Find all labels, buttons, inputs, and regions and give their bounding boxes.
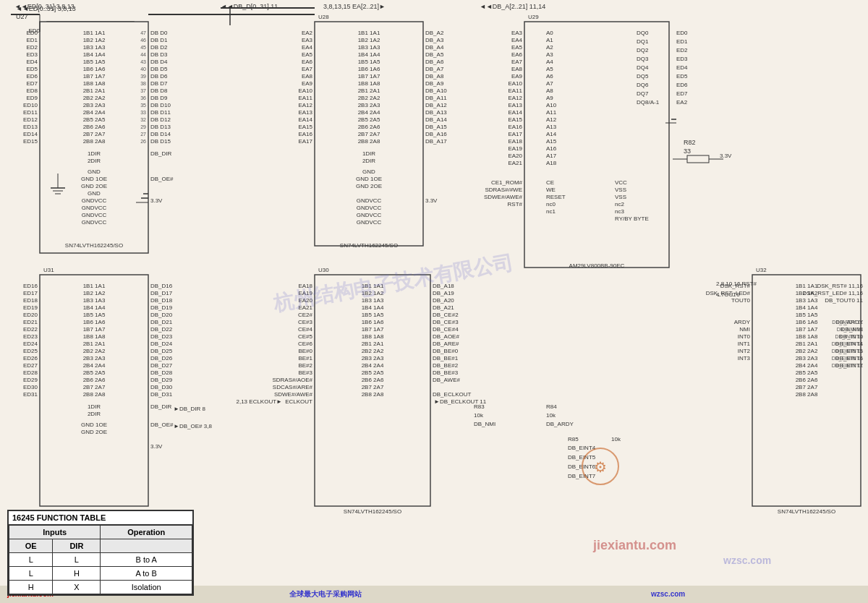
svg-text:►DB_DIR  8: ►DB_DIR 8: [174, 406, 205, 412]
svg-text:GND 1OE: GND 1OE: [356, 176, 382, 182]
svg-text:2B5 2A5: 2B5 2A5: [362, 369, 384, 376]
svg-text:1B5 1A5: 1B5 1A5: [796, 312, 818, 318]
svg-text:2B5 2A5: 2B5 2A5: [358, 116, 380, 123]
svg-text:2B4 2A4: 2B4 2A4: [362, 362, 384, 369]
svg-text:DB_OE#: DB_OE#: [150, 422, 174, 428]
svg-text:DB_D17: DB_D17: [150, 290, 173, 296]
svg-text:ED22: ED22: [23, 326, 38, 333]
svg-text:DB_A11: DB_A11: [425, 95, 447, 101]
svg-text:ED1: ED1: [26, 37, 38, 43]
svg-text:1B3 1A3: 1B3 1A3: [796, 297, 818, 304]
svg-text:ECLKOUT: ECLKOUT: [285, 398, 312, 405]
svg-text:1B1 1A1: 1B1 1A1: [83, 30, 106, 36]
svg-text:EA15: EA15: [298, 124, 312, 130]
svg-text:GNDVCC: GNDVCC: [82, 197, 107, 204]
svg-text:全球最大电子采购网站: 全球最大电子采购网站: [289, 590, 362, 598]
svg-text:EA11: EA11: [508, 87, 522, 94]
svg-text:EA19: EA19: [508, 145, 522, 152]
svg-text:33: 33: [140, 110, 146, 115]
svg-text:2B5 2A5: 2B5 2A5: [83, 116, 106, 123]
svg-text:DSK_RST# 11,16: DSK_RST# 11,16: [817, 283, 863, 289]
svg-text:DB D7: DB D7: [150, 80, 168, 87]
svg-text:ED16: ED16: [23, 283, 38, 289]
svg-text:EA9: EA9: [511, 73, 523, 80]
svg-text:DB_NMI 11: DB_NMI 11: [837, 327, 863, 333]
svg-text:nc1: nc1: [546, 208, 556, 215]
svg-text:2B8 2A8: 2B8 2A8: [796, 391, 818, 398]
svg-text:EA2: EA2: [676, 99, 688, 106]
svg-text:1B4 1A4: 1B4 1A4: [362, 304, 384, 311]
svg-text:DQ3: DQ3: [637, 56, 649, 62]
svg-text:1B1 1A1: 1B1 1A1: [358, 30, 380, 36]
op-cell: Isolation: [101, 581, 192, 594]
svg-text:DB_A10: DB_A10: [425, 87, 447, 94]
svg-text:ED7: ED7: [26, 80, 38, 87]
svg-text:EA12: EA12: [508, 95, 522, 101]
svg-text:36: 36: [140, 95, 146, 100]
svg-text:EA4: EA4: [302, 44, 313, 51]
svg-text:1B7 1A7: 1B7 1A7: [796, 326, 818, 333]
svg-text:2B3 2A3: 2B3 2A3: [796, 355, 818, 362]
svg-text:R85: R85: [568, 436, 579, 442]
svg-text:43: 43: [140, 59, 146, 64]
svg-text:EA5: EA5: [302, 51, 313, 58]
svg-text:EA16: EA16: [508, 124, 522, 130]
svg-text:EA21: EA21: [508, 160, 522, 166]
svg-text:2,8,10,16 RST#: 2,8,10,16 RST#: [716, 281, 757, 287]
operation-header: Operation: [101, 526, 192, 539]
svg-text:1B5 1A5: 1B5 1A5: [83, 59, 106, 65]
svg-text:1B1 1A1: 1B1 1A1: [796, 283, 818, 289]
svg-text:DQ0: DQ0: [637, 30, 649, 36]
svg-text:DB_OE#: DB_OE#: [150, 176, 174, 182]
svg-text:EA13: EA13: [508, 102, 522, 108]
svg-text:R84: R84: [546, 403, 557, 410]
svg-text:GND 2OE: GND 2OE: [81, 183, 107, 189]
svg-text:ED15: ED15: [23, 138, 38, 145]
svg-text:SDRAS#/#WE: SDRAS#/#WE: [485, 187, 522, 193]
table-row: L H A to B: [9, 567, 192, 581]
svg-text:A16: A16: [546, 145, 557, 152]
svg-text:DB_A2: DB_A2: [425, 30, 444, 36]
svg-text:ARDY: ARDY: [734, 319, 751, 325]
svg-text:ED28: ED28: [23, 369, 38, 376]
svg-text:40: 40: [140, 67, 146, 72]
svg-text:2B6 2A6: 2B6 2A6: [358, 124, 380, 130]
svg-text:2B1 2A1: 2B1 2A1: [362, 341, 384, 347]
svg-text:DB_A15: DB_A15: [425, 124, 447, 130]
svg-text:VSS: VSS: [615, 187, 626, 193]
svg-text:U28: U28: [318, 14, 329, 20]
svg-text:DB_A4: DB_A4: [425, 44, 444, 51]
svg-text:ED24: ED24: [23, 341, 38, 347]
svg-text:U30: U30: [318, 267, 329, 273]
svg-text:EA17: EA17: [298, 138, 312, 145]
svg-text:44: 44: [140, 52, 146, 57]
svg-text:DB D15: DB D15: [150, 138, 171, 145]
svg-text:10k: 10k: [611, 436, 621, 442]
svg-text:SN74LVTH162245/SO: SN74LVTH162245/SO: [65, 242, 123, 249]
svg-text:EA10: EA10: [298, 87, 312, 94]
svg-text:46: 46: [140, 38, 146, 43]
svg-text:nc2: nc2: [615, 201, 624, 208]
svg-text:GND 1OE: GND 1OE: [81, 422, 107, 428]
svg-text:EA14: EA14: [508, 109, 522, 116]
svg-text:ED6: ED6: [26, 73, 38, 80]
svg-text:EA3: EA3: [511, 30, 523, 36]
svg-text:2,13 ECLKOUT►: 2,13 ECLKOUT►: [237, 398, 283, 405]
svg-text:DB_BE#3: DB_BE#3: [433, 369, 459, 376]
svg-text:ED12: ED12: [23, 116, 38, 123]
svg-text:2B4 2A4: 2B4 2A4: [358, 109, 380, 116]
svg-text:EA12: EA12: [298, 102, 312, 108]
svg-text:U29: U29: [528, 14, 539, 20]
svg-text:SN74LVTH162245/SO: SN74LVTH162245/SO: [344, 508, 401, 515]
svg-text:DB D11: DB D11: [150, 109, 171, 116]
svg-text:DB_NMI: DB_NMI: [474, 421, 495, 427]
svg-text:DB_A8: DB_A8: [425, 73, 444, 80]
svg-text:GNDVCC: GNDVCC: [82, 212, 107, 218]
svg-text:10k: 10k: [546, 412, 556, 419]
svg-text:DB_A19: DB_A19: [433, 290, 454, 296]
svg-text:EA6: EA6: [302, 59, 313, 65]
svg-text:DB_AOE#: DB_AOE#: [433, 333, 459, 340]
svg-text:ED9: ED9: [26, 95, 38, 101]
svg-text:DB_A14: DB_A14: [425, 116, 447, 123]
svg-text:DB_EINT6 11: DB_EINT6 11: [832, 356, 863, 362]
